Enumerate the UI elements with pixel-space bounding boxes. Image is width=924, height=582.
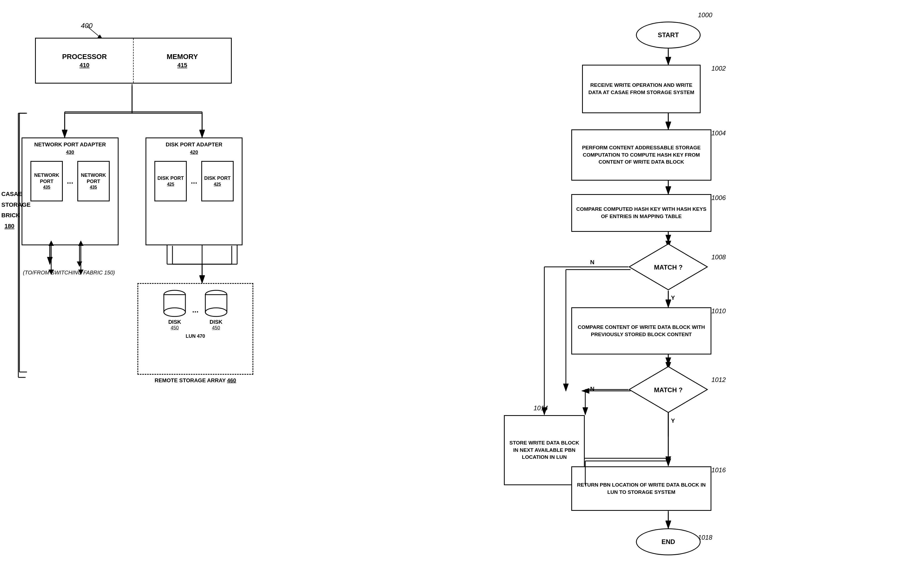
dpa-label: DISK PORT ADAPTER <box>166 141 222 148</box>
network-port-2-box: NETWORK PORT 435 <box>78 161 110 202</box>
disk-2: DISK 450 <box>204 289 228 331</box>
dpa-ref: 420 <box>190 149 198 155</box>
svg-point-41 <box>205 308 227 316</box>
ellipsis-dp: ... <box>191 161 197 202</box>
diamond2-n-label: N <box>590 385 594 392</box>
ref-1016: 1016 <box>711 466 726 474</box>
diamond2-y-label: Y <box>671 417 675 424</box>
memory-label: MEMORY <box>167 52 198 61</box>
ref-1014: 1014 <box>533 404 548 412</box>
flow-box-4: COMPARE CONTENT OF WRITE DATA BLOCK WITH… <box>571 307 711 354</box>
start-ellipse: START <box>636 21 701 48</box>
disk-port-2-box: DISK PORT 425 <box>201 161 234 202</box>
ref-1004: 1004 <box>711 129 726 137</box>
svg-marker-15 <box>77 261 82 267</box>
diamond1-y-label: Y <box>671 294 675 301</box>
dpa-box: DISK PORT ADAPTER 420 DISK PORT 425 ... … <box>145 137 243 245</box>
processor-memory-box: PROCESSOR 410 MEMORY 415 <box>35 38 232 84</box>
lun-label: LUN 470 <box>186 334 205 339</box>
svg-text:MATCH ?: MATCH ? <box>654 264 683 271</box>
ref-1012: 1012 <box>711 376 726 384</box>
switching-label: (TO/FROM SWITCHING FABRIC 150) <box>23 270 115 276</box>
processor-label: PROCESSOR <box>62 52 107 61</box>
disk-port-1-box: DISK PORT 425 <box>154 161 187 202</box>
flow-box-3: COMPARE COMPUTED HASH KEY WITH HASH KEYS… <box>571 194 711 232</box>
ref-1000: 1000 <box>698 11 712 19</box>
svg-line-35 <box>86 26 102 39</box>
memory-ref: 415 <box>177 61 187 69</box>
svg-text:MATCH ?: MATCH ? <box>654 386 683 394</box>
npa-box: NETWORK PORT ADAPTER 430 NETWORK PORT 43… <box>21 137 119 245</box>
ref-1010: 1010 <box>711 307 726 315</box>
end-ellipse: END <box>636 528 701 555</box>
ellipsis-np: ... <box>67 161 73 202</box>
ellipsis-disk: ... <box>192 306 198 314</box>
svg-point-38 <box>164 308 185 316</box>
casae-storage-brick-label: CASAE STORAGE BRICK 180 <box>2 189 18 231</box>
flow-box-1: RECEIVE WRITE OPERATION AND WRITE DATA A… <box>582 65 701 113</box>
diagram-container: 400 PROCESSOR 410 MEMORY 415 NETWORK POR… <box>0 0 924 582</box>
ref-1002: 1002 <box>711 65 726 72</box>
processor-ref: 410 <box>79 61 89 69</box>
npa-label: NETWORK PORT ADAPTER <box>34 141 106 148</box>
rsa-box: DISK 450 ... DISK 450 LUN 470 <box>137 283 253 375</box>
npa-ref: 430 <box>66 149 74 155</box>
rsa-label: REMOTE STORAGE ARRAY 460 <box>137 377 253 384</box>
ref-1006: 1006 <box>711 194 726 202</box>
network-port-1-box: NETWORK PORT 435 <box>30 161 63 202</box>
ref-1008: 1008 <box>711 253 726 261</box>
flow-box-2: PERFORM CONTENT ADDRESSABLE STORAGE COMP… <box>571 129 711 180</box>
diamond1-n-label: N <box>590 259 594 266</box>
disk-1: DISK 450 <box>162 289 187 331</box>
flow-box-6: RETURN PBN LOCATION OF WRITE DATA BLOCK … <box>571 466 711 511</box>
